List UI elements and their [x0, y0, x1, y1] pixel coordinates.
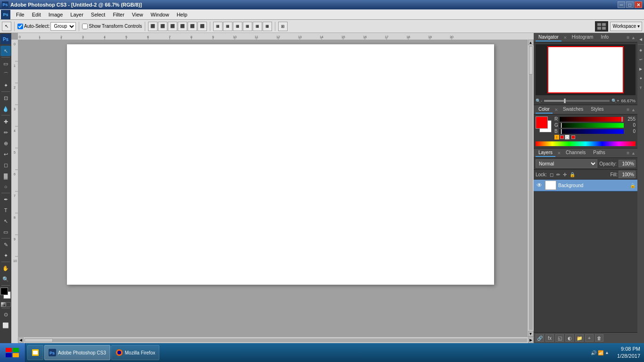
b-slider[interactable]	[560, 129, 624, 134]
g-slider[interactable]	[560, 123, 624, 128]
taskbar-item-ff[interactable]: Mozilla Firefox	[111, 345, 159, 360]
workspace-icon[interactable]	[595, 21, 608, 32]
stamp-tool[interactable]: ⊕	[0, 138, 11, 148]
strip-actions-icon[interactable]: ▶	[638, 65, 644, 73]
nav-zoom-thumb[interactable]	[564, 99, 566, 103]
eyedropper-tool[interactable]: 💧	[0, 104, 11, 114]
strip-tools-icon[interactable]: ✦	[638, 74, 644, 82]
color-panel-collapse[interactable]: ▲	[631, 107, 636, 112]
color-gamut-swatch[interactable]	[560, 135, 564, 139]
nav-zoom-out-icon[interactable]: 🔍-	[536, 99, 542, 103]
default-colors-icon[interactable]	[1, 302, 6, 307]
swap-colors-icon[interactable]	[6, 302, 11, 307]
taskbar-clock[interactable]: 9:08 PM 1/28/2017	[611, 346, 644, 360]
tab-channels[interactable]: Channels	[563, 149, 588, 157]
nav-close-icon[interactable]: ✕	[563, 35, 567, 40]
menu-window[interactable]: Window	[147, 9, 173, 19]
marquee-tool[interactable]: ▭	[0, 58, 11, 69]
strip-text-icon[interactable]: T	[638, 83, 644, 92]
opacity-input[interactable]	[619, 160, 636, 167]
scroll-track-v[interactable]	[529, 46, 533, 330]
eyedrop2-tool[interactable]: ✦	[0, 250, 11, 261]
color-close-icon[interactable]: ✕	[554, 107, 558, 112]
tab-histogram[interactable]: Histogram	[569, 33, 596, 41]
nav-zoom-in-icon[interactable]: 🔍+	[611, 99, 619, 103]
vertical-scrollbar[interactable]: ▲ ▼	[527, 40, 534, 337]
strip-collapse-icon[interactable]: ◀	[638, 35, 644, 43]
start-button[interactable]	[0, 343, 25, 362]
link-layers-btn[interactable]: 🔗	[536, 334, 544, 342]
tab-swatches[interactable]: Swatches	[560, 106, 586, 114]
color-spectrum[interactable]	[536, 141, 636, 146]
taskbar-item-explorer[interactable]	[27, 345, 43, 360]
color-websafe-swatch[interactable]	[571, 135, 575, 139]
delete-layer-btn[interactable]: 🗑	[595, 334, 603, 342]
tab-paths[interactable]: Paths	[590, 149, 608, 157]
maximize-button[interactable]: □	[626, 1, 634, 8]
magic-wand-tool[interactable]: ✦	[0, 80, 11, 90]
hand-tool[interactable]: ✋	[0, 263, 11, 273]
autoselect-checkbox[interactable]	[17, 24, 23, 29]
strip-history-icon[interactable]: ↩	[638, 55, 644, 64]
r-slider[interactable]	[560, 117, 624, 122]
transform-auto-icon[interactable]: ⊞	[278, 22, 288, 31]
new-group-btn[interactable]: 📁	[575, 334, 584, 342]
quickmask-tool[interactable]: ⊙	[0, 309, 11, 320]
dist-center-icon[interactable]: ▦	[223, 22, 232, 31]
gradient-tool[interactable]: ▓	[0, 171, 11, 181]
zoom-tool[interactable]: 🔍	[0, 274, 11, 284]
eraser-tool[interactable]: ◻	[0, 160, 11, 170]
tab-color[interactable]: Color	[536, 106, 553, 114]
b-thumb[interactable]	[561, 129, 562, 134]
tab-navigator[interactable]: Navigator	[536, 33, 561, 41]
move-tool[interactable]: ↖	[0, 46, 11, 56]
tab-layers[interactable]: Layers	[536, 149, 555, 157]
nav-panel-menu[interactable]: ≡	[627, 35, 629, 40]
scroll-left-btn[interactable]: ◀	[18, 337, 24, 343]
align-middle-icon[interactable]: ⬛	[188, 22, 197, 31]
notes-tool[interactable]: ✎	[0, 239, 11, 250]
layer-fx-btn[interactable]: fx	[545, 334, 554, 342]
lock-image-icon[interactable]: ✏	[556, 172, 560, 177]
screen-mode-tool[interactable]: ⬜	[0, 320, 11, 330]
scroll-up-btn[interactable]: ▲	[528, 40, 534, 45]
tab-styles[interactable]: Styles	[588, 106, 606, 114]
menu-layer[interactable]: Layer	[66, 9, 87, 19]
menu-file[interactable]: File	[12, 9, 28, 19]
close-button[interactable]: ✕	[635, 1, 642, 8]
layer-visibility-icon[interactable]: 👁	[536, 181, 543, 189]
scroll-thumb-v[interactable]	[529, 46, 533, 74]
tab-info[interactable]: Info	[598, 33, 611, 41]
menu-filter[interactable]: Filter	[109, 9, 128, 19]
align-left-icon[interactable]: ⬛	[148, 22, 157, 31]
lasso-tool[interactable]: ⌒	[0, 69, 11, 80]
path-select-tool[interactable]: ↖	[0, 216, 11, 226]
r-thumb[interactable]	[621, 116, 623, 122]
align-top-icon[interactable]: ⬛	[178, 22, 187, 31]
fill-input[interactable]	[619, 171, 636, 178]
horizontal-scrollbar[interactable]: ◀ ▶	[18, 337, 534, 343]
dist-top-icon[interactable]: ▦	[243, 22, 252, 31]
dist-left-icon[interactable]: ▦	[213, 22, 223, 31]
layer-background[interactable]: 👁 Background 🔒	[534, 180, 637, 191]
menu-edit[interactable]: Edit	[28, 9, 45, 19]
menu-view[interactable]: View	[128, 9, 147, 19]
systray-icon-1[interactable]: 🔊	[591, 350, 596, 355]
menu-select[interactable]: Select	[87, 9, 109, 19]
align-right-icon[interactable]: ⬛	[168, 22, 177, 31]
foreground-color[interactable]	[0, 288, 8, 295]
align-bottom-icon[interactable]: ⬛	[198, 22, 207, 31]
pen-tool[interactable]: ✒	[0, 194, 11, 205]
lock-position-icon[interactable]: ✛	[563, 172, 567, 177]
nav-zoom-slider[interactable]	[544, 100, 610, 102]
adjustment-layer-btn[interactable]: ◐	[565, 334, 574, 342]
menu-help[interactable]: Help	[173, 9, 191, 19]
workspace-button[interactable]: Workspace ▾	[610, 22, 642, 31]
g-thumb[interactable]	[561, 123, 562, 128]
shape-tool[interactable]: ▭	[0, 227, 11, 237]
crop-tool[interactable]: ⊡	[0, 93, 11, 103]
lock-transparent-icon[interactable]: ◻	[550, 172, 553, 177]
layers-panel-menu[interactable]: ≡	[627, 150, 629, 156]
scroll-down-btn[interactable]: ▼	[528, 331, 534, 337]
taskbar-item-ps[interactable]: Ps Adobe Photoshop CS3	[44, 345, 110, 360]
